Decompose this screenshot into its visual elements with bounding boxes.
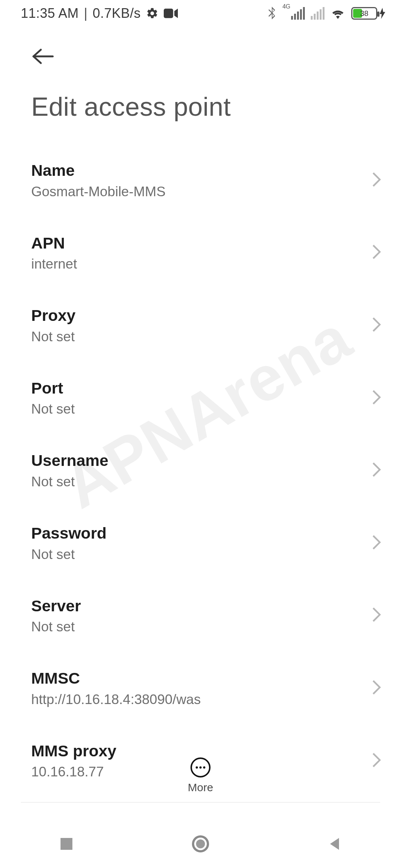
back-button[interactable]: [31, 45, 55, 68]
chevron-right-icon: [371, 389, 382, 407]
separator: |: [84, 6, 87, 21]
svg-point-4: [196, 839, 205, 848]
status-speed: 0.7KB/s: [92, 6, 141, 21]
more-action[interactable]: More: [0, 757, 401, 794]
settings-list: Name Gosmart-Mobile-MMS APN internet Pro…: [0, 144, 401, 797]
more-icon: [190, 757, 211, 777]
row-apn[interactable]: APN internet: [0, 217, 401, 289]
chevron-right-icon: [371, 679, 382, 697]
row-value: Not set: [31, 401, 360, 417]
row-mmsc[interactable]: MMSC http://10.16.18.4:38090/was: [0, 652, 401, 724]
wifi-icon: [330, 7, 345, 19]
row-proxy[interactable]: Proxy Not set: [0, 289, 401, 362]
status-time: 11:35 AM: [21, 6, 79, 21]
row-value: Not set: [31, 547, 360, 562]
chevron-right-icon: [371, 316, 382, 334]
device-frame: APNArena 11:35 AM | 0.7KB/s 4G: [0, 0, 401, 868]
status-left: 11:35 AM | 0.7KB/s: [21, 6, 178, 21]
row-value: Not set: [31, 619, 360, 635]
bluetooth-icon: [267, 7, 277, 20]
row-label: MMSC: [31, 669, 360, 688]
page-title: Edit access point: [31, 92, 370, 122]
nav-recent-button[interactable]: [52, 829, 81, 859]
nav-bar: [0, 820, 401, 868]
row-password[interactable]: Password Not set: [0, 507, 401, 579]
signal-secondary-icon: [311, 7, 325, 20]
signal-bars: [291, 7, 305, 20]
row-port[interactable]: Port Not set: [0, 362, 401, 434]
triangle-left-icon: [327, 836, 342, 851]
chevron-right-icon: [371, 606, 382, 624]
status-bar: 11:35 AM | 0.7KB/s 4G: [0, 0, 401, 27]
row-value: Not set: [31, 474, 360, 490]
nav-home-button[interactable]: [184, 828, 217, 860]
row-value: http://10.16.18.4:38090/was: [31, 692, 360, 707]
video-camera-icon: [164, 8, 178, 19]
svg-rect-0: [164, 9, 173, 18]
signal-bars-nosim: [311, 7, 325, 20]
charging-bolt-icon: [379, 8, 385, 19]
battery-pct: 38: [360, 9, 368, 18]
nav-back-button[interactable]: [320, 829, 349, 859]
row-label: Name: [31, 161, 360, 180]
more-label: More: [188, 781, 213, 794]
divider: [21, 802, 380, 803]
svg-rect-2: [61, 838, 72, 850]
battery-indicator: 38: [351, 7, 385, 20]
square-icon: [59, 836, 74, 851]
row-label: Username: [31, 451, 360, 470]
gear-icon: [146, 7, 159, 20]
row-server[interactable]: Server Not set: [0, 579, 401, 652]
header: Edit access point: [0, 27, 401, 122]
chevron-right-icon: [371, 534, 382, 552]
chevron-right-icon: [371, 171, 382, 189]
signal-4g-icon: 4G: [283, 7, 305, 20]
chevron-right-icon: [371, 461, 382, 479]
network-label: 4G: [283, 3, 290, 16]
row-username[interactable]: Username Not set: [0, 434, 401, 507]
battery-icon: 38: [351, 7, 377, 20]
row-value: internet: [31, 256, 360, 272]
row-label: Port: [31, 379, 360, 398]
row-label: Proxy: [31, 306, 360, 325]
row-label: Server: [31, 596, 360, 616]
row-value: Gosmart-Mobile-MMS: [31, 184, 360, 200]
status-right: 4G 38: [267, 7, 385, 20]
arrow-left-icon: [32, 48, 54, 65]
row-label: APN: [31, 234, 360, 253]
chevron-right-icon: [371, 244, 382, 262]
circle-icon: [192, 835, 209, 853]
row-name[interactable]: Name Gosmart-Mobile-MMS: [0, 144, 401, 217]
row-label: Password: [31, 524, 360, 543]
row-value: Not set: [31, 329, 360, 345]
